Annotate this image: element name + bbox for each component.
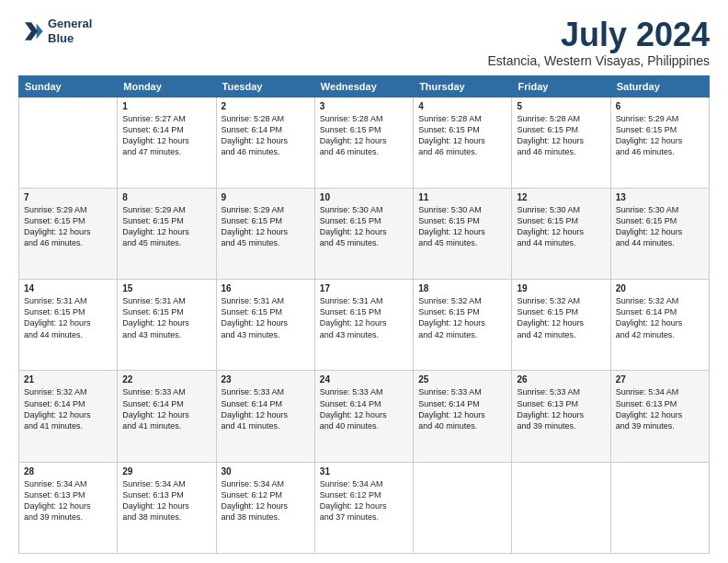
day-number: 15 xyxy=(122,283,210,293)
day-info: Sunrise: 5:29 AM Sunset: 6:15 PM Dayligh… xyxy=(24,204,112,249)
day-info: Sunrise: 5:34 AM Sunset: 6:12 PM Dayligh… xyxy=(320,478,408,523)
weekday-header-tuesday: Tuesday xyxy=(216,75,314,97)
day-number: 5 xyxy=(517,101,605,111)
day-number: 31 xyxy=(320,466,408,477)
calendar-cell: 11Sunrise: 5:30 AM Sunset: 6:15 PM Dayli… xyxy=(414,188,512,279)
calendar-body: 1Sunrise: 5:27 AM Sunset: 6:14 PM Daylig… xyxy=(19,97,710,553)
day-info: Sunrise: 5:33 AM Sunset: 6:14 PM Dayligh… xyxy=(418,386,506,431)
week-row: 28Sunrise: 5:34 AM Sunset: 6:13 PM Dayli… xyxy=(19,462,710,553)
calendar-cell xyxy=(414,462,512,553)
day-info: Sunrise: 5:28 AM Sunset: 6:14 PM Dayligh… xyxy=(222,113,310,158)
weekday-header-monday: Monday xyxy=(118,75,216,97)
calendar-cell: 23Sunrise: 5:33 AM Sunset: 6:14 PM Dayli… xyxy=(216,371,314,462)
day-info: Sunrise: 5:32 AM Sunset: 6:14 PM Dayligh… xyxy=(616,295,704,340)
day-number: 13 xyxy=(616,192,704,202)
day-number: 14 xyxy=(24,283,112,293)
location: Estancia, Western Visayas, Philippines xyxy=(488,53,711,68)
calendar-cell: 1Sunrise: 5:27 AM Sunset: 6:14 PM Daylig… xyxy=(118,97,216,188)
svg-marker-1 xyxy=(25,22,38,40)
day-number: 26 xyxy=(517,374,605,385)
day-info: Sunrise: 5:32 AM Sunset: 6:15 PM Dayligh… xyxy=(418,295,506,340)
day-number: 21 xyxy=(24,374,112,385)
day-info: Sunrise: 5:29 AM Sunset: 6:15 PM Dayligh… xyxy=(222,204,310,249)
calendar-cell: 16Sunrise: 5:31 AM Sunset: 6:15 PM Dayli… xyxy=(216,280,314,371)
calendar-cell xyxy=(512,462,610,553)
calendar-cell: 4Sunrise: 5:28 AM Sunset: 6:15 PM Daylig… xyxy=(414,97,512,188)
day-number: 1 xyxy=(122,101,210,111)
day-info: Sunrise: 5:31 AM Sunset: 6:15 PM Dayligh… xyxy=(24,295,112,340)
day-number: 19 xyxy=(517,283,605,293)
day-info: Sunrise: 5:33 AM Sunset: 6:14 PM Dayligh… xyxy=(320,386,408,431)
calendar-cell: 25Sunrise: 5:33 AM Sunset: 6:14 PM Dayli… xyxy=(414,371,512,462)
day-info: Sunrise: 5:31 AM Sunset: 6:15 PM Dayligh… xyxy=(320,295,408,340)
weekday-header-thursday: Thursday xyxy=(414,75,512,97)
day-info: Sunrise: 5:30 AM Sunset: 6:15 PM Dayligh… xyxy=(418,204,506,249)
day-number: 22 xyxy=(122,374,210,385)
calendar-cell xyxy=(610,462,709,553)
day-number: 30 xyxy=(222,466,310,477)
day-info: Sunrise: 5:29 AM Sunset: 6:15 PM Dayligh… xyxy=(616,113,704,158)
day-number: 7 xyxy=(24,192,112,202)
calendar-cell: 29Sunrise: 5:34 AM Sunset: 6:13 PM Dayli… xyxy=(118,462,216,553)
day-number: 28 xyxy=(24,466,112,477)
day-info: Sunrise: 5:28 AM Sunset: 6:15 PM Dayligh… xyxy=(517,113,605,158)
week-row: 21Sunrise: 5:32 AM Sunset: 6:14 PM Dayli… xyxy=(19,371,710,462)
calendar-cell: 30Sunrise: 5:34 AM Sunset: 6:12 PM Dayli… xyxy=(216,462,314,553)
calendar-cell: 15Sunrise: 5:31 AM Sunset: 6:15 PM Dayli… xyxy=(118,280,216,371)
day-info: Sunrise: 5:31 AM Sunset: 6:15 PM Dayligh… xyxy=(222,295,310,340)
logo-text: General Blue xyxy=(48,17,92,45)
header: General Blue July 2024 Estancia, Western… xyxy=(18,17,710,68)
calendar-cell: 22Sunrise: 5:33 AM Sunset: 6:14 PM Dayli… xyxy=(118,371,216,462)
week-row: 1Sunrise: 5:27 AM Sunset: 6:14 PM Daylig… xyxy=(19,97,710,188)
day-number: 11 xyxy=(418,192,506,202)
day-number: 24 xyxy=(320,374,408,385)
calendar-cell: 7Sunrise: 5:29 AM Sunset: 6:15 PM Daylig… xyxy=(19,188,118,279)
day-number: 12 xyxy=(517,192,605,202)
calendar-cell: 31Sunrise: 5:34 AM Sunset: 6:12 PM Dayli… xyxy=(314,462,413,553)
day-info: Sunrise: 5:29 AM Sunset: 6:15 PM Dayligh… xyxy=(122,204,210,249)
day-number: 2 xyxy=(222,101,310,111)
calendar-cell: 2Sunrise: 5:28 AM Sunset: 6:14 PM Daylig… xyxy=(216,97,314,188)
day-number: 8 xyxy=(122,192,210,202)
day-number: 27 xyxy=(616,374,704,385)
day-number: 18 xyxy=(418,283,506,293)
weekday-header-friday: Friday xyxy=(512,75,610,97)
title-block: July 2024 Estancia, Western Visayas, Phi… xyxy=(488,17,711,68)
calendar-cell xyxy=(19,97,118,188)
day-info: Sunrise: 5:31 AM Sunset: 6:15 PM Dayligh… xyxy=(122,295,210,340)
week-row: 7Sunrise: 5:29 AM Sunset: 6:15 PM Daylig… xyxy=(19,188,710,279)
logo-icon xyxy=(18,18,44,44)
calendar-cell: 26Sunrise: 5:33 AM Sunset: 6:13 PM Dayli… xyxy=(512,371,610,462)
day-info: Sunrise: 5:30 AM Sunset: 6:15 PM Dayligh… xyxy=(616,204,704,249)
day-info: Sunrise: 5:28 AM Sunset: 6:15 PM Dayligh… xyxy=(320,113,408,158)
calendar-cell: 14Sunrise: 5:31 AM Sunset: 6:15 PM Dayli… xyxy=(19,280,118,371)
calendar-header: SundayMondayTuesdayWednesdayThursdayFrid… xyxy=(19,75,710,97)
day-info: Sunrise: 5:34 AM Sunset: 6:13 PM Dayligh… xyxy=(122,478,210,523)
logo: General Blue xyxy=(18,17,92,45)
calendar-cell: 18Sunrise: 5:32 AM Sunset: 6:15 PM Dayli… xyxy=(414,280,512,371)
day-info: Sunrise: 5:34 AM Sunset: 6:12 PM Dayligh… xyxy=(222,478,310,523)
weekday-row: SundayMondayTuesdayWednesdayThursdayFrid… xyxy=(19,75,710,97)
week-row: 14Sunrise: 5:31 AM Sunset: 6:15 PM Dayli… xyxy=(19,280,710,371)
day-number: 17 xyxy=(320,283,408,293)
day-number: 16 xyxy=(222,283,310,293)
weekday-header-saturday: Saturday xyxy=(610,75,709,97)
day-info: Sunrise: 5:30 AM Sunset: 6:15 PM Dayligh… xyxy=(517,204,605,249)
calendar-cell: 13Sunrise: 5:30 AM Sunset: 6:15 PM Dayli… xyxy=(610,188,709,279)
weekday-header-wednesday: Wednesday xyxy=(314,75,413,97)
calendar-cell: 27Sunrise: 5:34 AM Sunset: 6:13 PM Dayli… xyxy=(610,371,709,462)
calendar-cell: 28Sunrise: 5:34 AM Sunset: 6:13 PM Dayli… xyxy=(19,462,118,553)
calendar-cell: 20Sunrise: 5:32 AM Sunset: 6:14 PM Dayli… xyxy=(610,280,709,371)
day-info: Sunrise: 5:33 AM Sunset: 6:14 PM Dayligh… xyxy=(222,386,310,431)
calendar-cell: 5Sunrise: 5:28 AM Sunset: 6:15 PM Daylig… xyxy=(512,97,610,188)
day-number: 20 xyxy=(616,283,704,293)
day-number: 3 xyxy=(320,101,408,111)
calendar-cell: 8Sunrise: 5:29 AM Sunset: 6:15 PM Daylig… xyxy=(118,188,216,279)
day-number: 6 xyxy=(616,101,704,111)
day-number: 10 xyxy=(320,192,408,202)
page: General Blue July 2024 Estancia, Western… xyxy=(0,0,728,563)
calendar-cell: 12Sunrise: 5:30 AM Sunset: 6:15 PM Dayli… xyxy=(512,188,610,279)
calendar-cell: 24Sunrise: 5:33 AM Sunset: 6:14 PM Dayli… xyxy=(314,371,413,462)
day-info: Sunrise: 5:28 AM Sunset: 6:15 PM Dayligh… xyxy=(418,113,506,158)
day-info: Sunrise: 5:33 AM Sunset: 6:13 PM Dayligh… xyxy=(517,386,605,431)
